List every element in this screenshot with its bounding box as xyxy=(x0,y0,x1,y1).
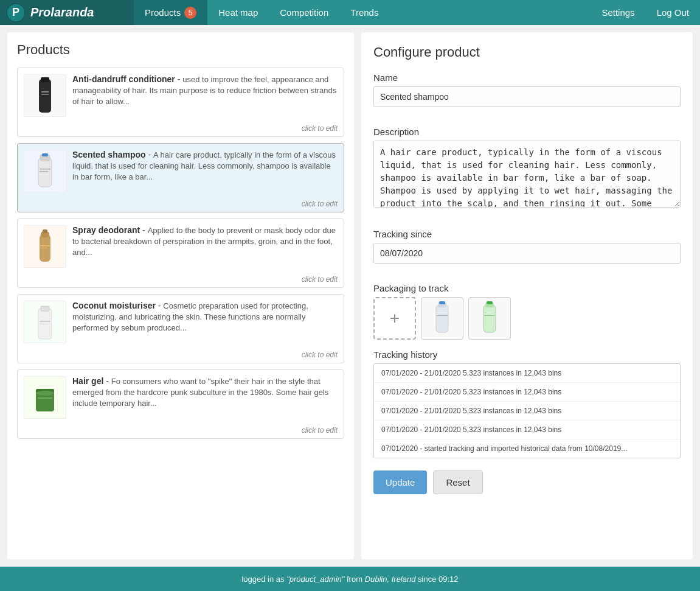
shampoo-bottle-icon xyxy=(30,152,60,191)
nav-products[interactable]: Products 5 xyxy=(134,0,207,25)
nav-settings-label: Settings xyxy=(601,7,634,18)
action-buttons: Update Reset xyxy=(373,470,681,494)
svg-rect-6 xyxy=(38,158,52,187)
tracking-history-box[interactable]: 07/01/2020 - 21/01/2020 5,323 instances … xyxy=(373,363,681,458)
svg-rect-13 xyxy=(43,229,47,233)
product-image-3 xyxy=(24,301,66,343)
nav-products-label: Products xyxy=(145,7,181,18)
footer-from-text: from xyxy=(344,575,364,584)
footer-username: "product_admin" xyxy=(286,575,344,584)
product-desc-4: Fo consumers who want to "spike" their h… xyxy=(72,377,328,408)
packaging-item-1[interactable] xyxy=(468,297,511,340)
footer-logged-in-text: logged in as xyxy=(241,575,286,584)
product-card-2[interactable]: Spray deodorant - Applied to the body to… xyxy=(17,219,344,288)
nav-trends[interactable]: Trends xyxy=(339,0,389,25)
product-card-content-4: Hair gel - Fo consumers who want to "spi… xyxy=(18,370,344,425)
product-card-3[interactable]: Coconut moisturiser - Cosmetic preparati… xyxy=(17,294,344,363)
conditioner-bottle-icon xyxy=(30,76,60,116)
svg-rect-27 xyxy=(437,315,448,316)
svg-rect-2 xyxy=(39,79,51,113)
click-to-edit-0: click to edit xyxy=(18,123,344,136)
packaging-label: Packaging to track xyxy=(373,283,681,293)
product-image-1 xyxy=(24,150,66,192)
name-input[interactable] xyxy=(373,86,681,107)
product-name-0: Anti-dandruff conditioner xyxy=(72,74,175,84)
product-image-4 xyxy=(24,376,66,419)
nav-competition[interactable]: Competition xyxy=(269,0,339,25)
tracking-since-input[interactable] xyxy=(373,243,681,264)
click-to-edit-1: click to edit xyxy=(18,198,344,212)
description-section: Description xyxy=(373,127,681,219)
svg-rect-8 xyxy=(42,153,48,156)
svg-rect-14 xyxy=(40,245,50,247)
description-textarea[interactable] xyxy=(373,141,681,208)
svg-rect-5 xyxy=(41,94,49,95)
product-image-2 xyxy=(24,225,66,268)
product-card-1[interactable]: Scented shampoo - A hair care product, t… xyxy=(17,143,344,212)
svg-rect-24 xyxy=(436,305,448,332)
click-to-edit-4: click to edit xyxy=(18,425,344,438)
brand: P Prolaranda xyxy=(0,0,134,25)
product-name-2: Spray deodorant xyxy=(72,225,140,235)
footer-time: 09:12 xyxy=(438,575,459,584)
product-info-4: Hair gel - Fo consumers who want to "spi… xyxy=(72,376,338,410)
tracking-since-label: Tracking since xyxy=(373,229,681,239)
left-panel: Products Anti-dandruff conditioner - use… xyxy=(7,32,354,559)
packaging-bottle-1-icon xyxy=(430,300,454,337)
svg-rect-3 xyxy=(41,77,49,82)
product-info-2: Spray deodorant - Applied to the body to… xyxy=(72,225,338,259)
nav-logout[interactable]: Log Out xyxy=(646,0,700,25)
history-item-2: 07/01/2020 - 21/01/2020 5,323 instances … xyxy=(374,402,680,421)
svg-rect-26 xyxy=(439,301,445,304)
product-info-3: Coconut moisturiser - Cosmetic preparati… xyxy=(72,301,338,334)
configure-title: Configure product xyxy=(373,44,681,60)
hairgel-jar-icon xyxy=(30,378,60,418)
product-card-4[interactable]: Hair gel - Fo consumers who want to "spi… xyxy=(17,369,344,439)
packaging-section: Packaging to track + xyxy=(373,283,681,340)
packaging-add-button[interactable]: + xyxy=(373,297,416,340)
packaging-item-0[interactable] xyxy=(421,297,463,340)
footer-location: Dublin, Ireland xyxy=(365,575,416,584)
nav-settings[interactable]: Settings xyxy=(591,0,645,25)
packaging-row: + xyxy=(373,297,681,340)
svg-rect-19 xyxy=(40,324,48,324)
product-card-content-1: Scented shampoo - A hair care product, t… xyxy=(18,144,344,198)
svg-rect-23 xyxy=(38,397,52,399)
product-name-4: Hair gel xyxy=(72,376,103,386)
nav-heatmap[interactable]: Heat map xyxy=(207,0,269,25)
product-name-1: Scented shampoo xyxy=(72,150,146,159)
products-badge: 5 xyxy=(184,7,196,19)
update-button[interactable]: Update xyxy=(373,470,427,494)
product-card-content-2: Spray deodorant - Applied to the body to… xyxy=(18,219,344,274)
deodorant-bottle-icon xyxy=(30,227,60,267)
main-container: Products Anti-dandruff conditioner - use… xyxy=(0,25,700,567)
tracking-since-section: Tracking since xyxy=(373,229,681,273)
nav-logout-label: Log Out xyxy=(657,7,689,18)
history-item-0: 07/01/2020 - 21/01/2020 5,323 instances … xyxy=(374,364,680,383)
svg-rect-4 xyxy=(41,91,49,93)
svg-point-22 xyxy=(36,391,54,396)
svg-rect-30 xyxy=(487,301,493,304)
name-section: Name xyxy=(373,72,681,117)
svg-rect-28 xyxy=(483,305,496,332)
product-info-0: Anti-dandruff conditioner - used to impr… xyxy=(72,74,338,108)
click-to-edit-3: click to edit xyxy=(18,349,344,363)
nav-items: Products 5 Heat map Competition Trends S… xyxy=(134,0,700,25)
product-card-0[interactable]: Anti-dandruff conditioner - used to impr… xyxy=(17,68,344,137)
svg-rect-20 xyxy=(36,393,54,411)
moisturiser-tube-icon xyxy=(30,302,60,342)
footer-since-text: since xyxy=(415,575,438,584)
brand-logo-icon: P xyxy=(6,3,26,23)
history-item-1: 07/01/2020 - 21/01/2020 5,323 instances … xyxy=(374,383,680,402)
svg-text:P: P xyxy=(12,6,19,18)
product-info-1: Scented shampoo - A hair care product, t… xyxy=(72,150,338,183)
svg-rect-17 xyxy=(41,306,49,311)
svg-rect-9 xyxy=(40,169,50,170)
history-item-4: 07/01/2020 - started tracking and import… xyxy=(374,439,680,458)
svg-rect-15 xyxy=(40,248,47,248)
reset-button[interactable]: Reset xyxy=(433,470,482,494)
packaging-bottle-2-icon xyxy=(477,300,502,337)
product-card-content-3: Coconut moisturiser - Cosmetic preparati… xyxy=(18,295,344,349)
nav-heatmap-label: Heat map xyxy=(218,7,258,18)
nav-competition-label: Competition xyxy=(280,7,328,18)
